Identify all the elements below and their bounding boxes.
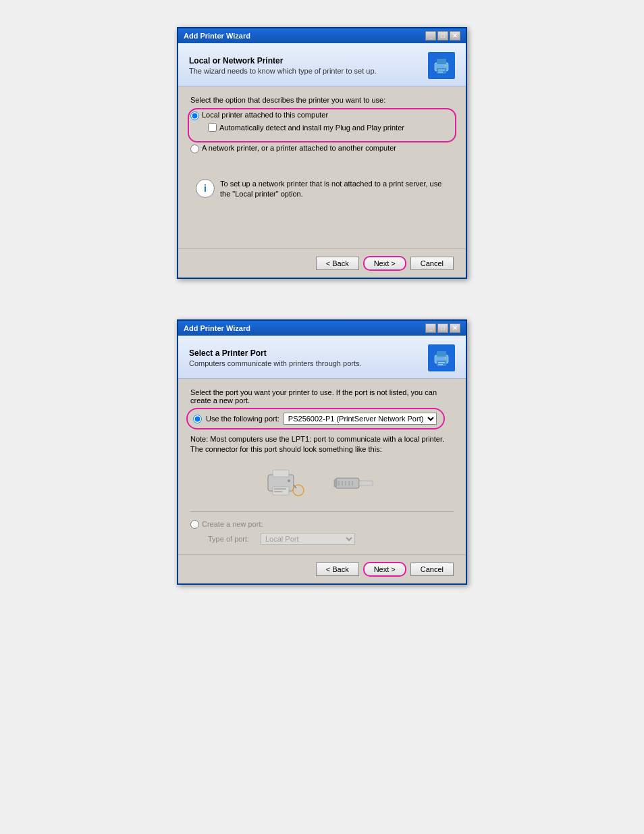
wizard2-maximize-btn[interactable]: □ xyxy=(437,323,448,333)
wizard2-next-button[interactable]: Next > xyxy=(363,562,406,577)
svg-rect-22 xyxy=(334,479,337,487)
svg-rect-15 xyxy=(274,488,286,490)
port-type-label: Type of port: xyxy=(208,535,255,543)
titlebar-controls: _ □ ✕ xyxy=(425,31,460,41)
create-port-radio[interactable] xyxy=(190,520,199,529)
svg-rect-21 xyxy=(359,481,373,486)
wizard2-instruction: Select the port you want your printer to… xyxy=(190,388,454,405)
auto-detect-label[interactable]: Automatically detect and install my Plug… xyxy=(219,124,404,132)
wizard2-header: Select a Printer Port Computers communic… xyxy=(178,336,466,379)
wizard2-title: Add Printer Wizard xyxy=(184,324,250,332)
maximize-btn[interactable]: □ xyxy=(437,31,448,41)
use-port-radio[interactable] xyxy=(193,415,202,423)
close-btn[interactable]: ✕ xyxy=(450,31,460,41)
port-type-select[interactable]: Local Port xyxy=(261,533,355,545)
wizard2-content: Select the port you want your printer to… xyxy=(178,379,466,554)
wizard1-header-text: Local or Network Printer The wizard need… xyxy=(189,56,377,75)
svg-point-17 xyxy=(288,479,290,482)
printer-icon-svg xyxy=(431,55,452,76)
wizard1-instruction: Select the option that describes the pri… xyxy=(190,96,454,104)
network-printer-option[interactable]: A network printer, or a printer attached… xyxy=(190,144,454,153)
use-port-label[interactable]: Use the following port: xyxy=(206,415,279,423)
network-printer-radio[interactable] xyxy=(190,145,199,153)
local-printer-radio[interactable] xyxy=(190,111,199,120)
connector-svg xyxy=(332,465,379,502)
wizard2-header-subtitle: Computers communicate with printers thro… xyxy=(189,359,362,367)
wizard2-close-btn[interactable]: ✕ xyxy=(450,323,460,333)
wizard1-titlebar: Add Printer Wizard _ □ ✕ xyxy=(178,28,466,43)
wizard1-header: Local or Network Printer The wizard need… xyxy=(178,43,466,86)
svg-rect-3 xyxy=(438,70,445,71)
wizard1-title: Add Printer Wizard xyxy=(184,32,250,40)
svg-rect-10 xyxy=(438,364,443,365)
svg-rect-4 xyxy=(438,72,443,73)
svg-rect-1 xyxy=(437,59,446,64)
wizard2-minimize-btn[interactable]: _ xyxy=(425,323,436,333)
svg-rect-13 xyxy=(273,470,289,477)
create-port-label[interactable]: Create a new port: xyxy=(202,520,263,528)
network-printer-label[interactable]: A network printer, or a printer attached… xyxy=(202,144,396,152)
wizard2-titlebar-controls: _ □ ✕ xyxy=(425,323,460,333)
svg-rect-2 xyxy=(437,68,446,74)
wizard2-header-text: Select a Printer Port Computers communic… xyxy=(189,348,362,367)
info-text: To set up a network printer that is not … xyxy=(220,179,448,200)
wizard2-buttons: < Back Next > Cancel xyxy=(178,554,466,583)
wizard1-content: Select the option that describes the pri… xyxy=(178,86,466,249)
wizard1-header-subtitle: The wizard needs to know which type of p… xyxy=(189,67,377,75)
connector-illustration xyxy=(190,465,454,503)
port-note-text: Note: Most computers use the LPT1: port … xyxy=(190,434,454,455)
svg-point-11 xyxy=(445,357,447,359)
wizard2-back-button[interactable]: < Back xyxy=(316,563,359,576)
info-section: i To set up a network printer that is no… xyxy=(190,174,454,205)
minimize-btn[interactable]: _ xyxy=(425,31,436,41)
svg-rect-9 xyxy=(438,362,445,363)
port-select[interactable]: PS256002-P1 (PrintServer Network Port) xyxy=(284,413,437,425)
wizard2-window: Add Printer Wizard _ □ ✕ Select a Printe… xyxy=(177,319,467,585)
auto-detect-checkbox[interactable] xyxy=(208,123,217,132)
wizard1-next-button[interactable]: Next > xyxy=(363,256,406,271)
wizard1-back-button[interactable]: < Back xyxy=(316,257,359,270)
wizard2-printer-icon-svg xyxy=(431,347,452,369)
local-printer-label[interactable]: Local printer attached to this computer xyxy=(202,111,328,119)
svg-point-5 xyxy=(445,64,447,66)
connector-plug xyxy=(332,465,379,503)
svg-rect-8 xyxy=(437,361,446,366)
wizard1-cancel-button[interactable]: Cancel xyxy=(410,257,454,270)
printer-cable-svg xyxy=(265,465,312,502)
port-type-row: Type of port: Local Port xyxy=(208,533,454,545)
svg-rect-16 xyxy=(274,491,282,492)
wizard2-titlebar: Add Printer Wizard _ □ ✕ xyxy=(178,321,466,336)
wizard1-header-title: Local or Network Printer xyxy=(189,56,377,66)
svg-rect-7 xyxy=(437,351,446,357)
printer-with-cable xyxy=(265,465,312,503)
wizard1-printer-icon xyxy=(428,52,455,79)
wizard1-window: Add Printer Wizard _ □ ✕ Local or Networ… xyxy=(177,27,467,279)
wizard2-header-title: Select a Printer Port xyxy=(189,348,362,358)
local-printer-option[interactable]: Local printer attached to this computer xyxy=(190,111,454,120)
wizard2-printer-icon xyxy=(428,344,455,371)
wizard1-radio-group: Local printer attached to this computer … xyxy=(190,111,454,140)
wizard1-buttons: < Back Next > Cancel xyxy=(178,249,466,278)
info-icon: i xyxy=(196,179,215,198)
wizard2-cancel-button[interactable]: Cancel xyxy=(410,563,454,576)
create-port-row: Create a new port: xyxy=(190,520,454,529)
plug-play-suboption[interactable]: Automatically detect and install my Plug… xyxy=(208,123,454,132)
